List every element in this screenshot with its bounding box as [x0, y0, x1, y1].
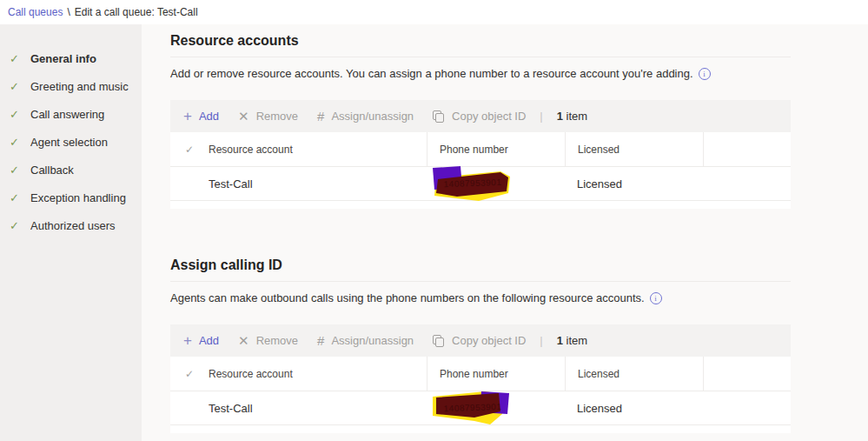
table-row[interactable]: Test-Call 14087953901 Lic	[170, 391, 791, 425]
wizard-step-sidebar: ✓ General info ✓ Greeting and music ✓ Ca…	[0, 24, 142, 441]
assign-unassign-button[interactable]: # Assign/unassign	[317, 334, 414, 347]
column-header-phone-number: Phone number	[427, 132, 565, 166]
resource-accounts-table: ✓ Resource account Phone number Licensed…	[170, 132, 791, 209]
resource-account-cell: Test-Call	[209, 402, 427, 415]
page-layout: ✓ General info ✓ Greeting and music ✓ Ca…	[0, 24, 868, 441]
sidebar-item-callback[interactable]: ✓ Callback	[0, 156, 142, 184]
copy-object-id-button[interactable]: Copy object ID	[433, 110, 526, 123]
main-panel: Resource accounts Add or remove resource…	[142, 24, 868, 441]
copy-icon	[433, 335, 445, 347]
toolbar-separator: |	[540, 334, 542, 347]
column-header-resource-account: Resource account	[209, 132, 427, 166]
redaction-scribble: 14087953901	[431, 165, 513, 204]
sidebar-item-call-answering[interactable]: ✓ Call answering	[0, 100, 142, 128]
step-complete-check-icon: ✓	[10, 219, 22, 232]
sidebar-item-label: Call answering	[30, 108, 104, 121]
remove-button[interactable]: ✕ Remove	[238, 334, 298, 347]
step-complete-check-icon: ✓	[10, 191, 22, 204]
plus-icon: +	[183, 333, 192, 348]
phone-number-cell: 14087953901	[427, 167, 565, 200]
step-complete-check-icon: ✓	[10, 164, 22, 177]
hash-icon: #	[317, 334, 324, 347]
breadcrumb-link-call-queues[interactable]: Call queues	[8, 6, 63, 18]
plus-icon: +	[183, 109, 192, 124]
breadcrumb-current-page: Edit a call queue: Test-Call	[75, 6, 198, 18]
info-icon[interactable]: i	[650, 292, 662, 304]
step-complete-check-icon: ✓	[10, 136, 22, 149]
add-button[interactable]: + Add	[183, 333, 219, 348]
hash-icon: #	[317, 110, 324, 123]
licensed-cell: Licensed	[565, 177, 703, 190]
sidebar-item-label: General info	[30, 52, 96, 65]
remove-button[interactable]: ✕ Remove	[238, 110, 298, 123]
add-button[interactable]: + Add	[183, 109, 219, 124]
phone-number-cell: 14087953901	[427, 391, 565, 424]
sidebar-item-label: Agent selection	[30, 136, 108, 149]
breadcrumb: Call queues \ Edit a call queue: Test-Ca…	[0, 0, 868, 24]
step-complete-check-icon: ✓	[10, 108, 22, 121]
sidebar-item-authorized-users[interactable]: ✓ Authorized users	[0, 211, 142, 239]
table-footer	[170, 427, 791, 433]
table-footer	[170, 203, 791, 209]
step-complete-check-icon: ✓	[10, 80, 22, 93]
sidebar-item-label: Greeting and music	[30, 80, 129, 93]
column-header-licensed: Licensed	[565, 132, 703, 166]
column-header-empty	[703, 357, 791, 391]
section-description: Add or remove resource accounts. You can…	[170, 67, 693, 80]
sidebar-item-exception-handling[interactable]: ✓ Exception handling	[0, 184, 142, 211]
item-count: 1 item	[557, 334, 587, 347]
section-divider	[170, 281, 791, 282]
sidebar-item-label: Exception handling	[30, 191, 126, 204]
assign-calling-id-toolbar: + Add ✕ Remove # Assign/unassign Copy ob…	[170, 324, 791, 357]
section-description: Agents can make outbound calls using the…	[170, 291, 645, 304]
sidebar-item-label: Authorized users	[30, 219, 116, 232]
column-header-empty	[703, 132, 791, 166]
column-header-licensed: Licensed	[565, 357, 703, 391]
copy-object-id-button[interactable]: Copy object ID	[433, 334, 526, 347]
item-count: 1 item	[557, 110, 587, 123]
breadcrumb-separator: \	[67, 6, 70, 18]
section-resource-accounts: Resource accounts Add or remove resource…	[170, 24, 791, 209]
x-icon: ✕	[238, 334, 249, 347]
assign-calling-id-table: ✓ Resource account Phone number Licensed…	[170, 357, 791, 433]
toolbar-separator: |	[540, 110, 542, 123]
copy-icon	[433, 110, 445, 123]
info-icon[interactable]: i	[699, 68, 711, 80]
x-icon: ✕	[238, 110, 249, 123]
redaction-scribble: 14087953901	[431, 390, 513, 428]
select-all-check-icon[interactable]: ✓	[170, 132, 209, 166]
sidebar-item-general-info[interactable]: ✓ General info	[0, 44, 142, 72]
section-title: Resource accounts	[170, 24, 791, 49]
step-complete-check-icon: ✓	[10, 52, 22, 65]
section-divider	[170, 57, 791, 57]
licensed-cell: Licensed	[565, 402, 703, 415]
section-assign-calling-id: Assign calling ID Agents can make outbou…	[170, 249, 791, 433]
table-header-row: ✓ Resource account Phone number Licensed	[170, 357, 791, 391]
table-row[interactable]: Test-Call 14087953901 Lic	[170, 167, 791, 201]
assign-unassign-button[interactable]: # Assign/unassign	[317, 110, 414, 123]
select-all-check-icon[interactable]: ✓	[170, 357, 209, 391]
resource-account-cell: Test-Call	[209, 177, 427, 190]
column-header-phone-number: Phone number	[427, 357, 565, 391]
sidebar-item-agent-selection[interactable]: ✓ Agent selection	[0, 128, 142, 156]
column-header-resource-account: Resource account	[209, 357, 427, 391]
table-header-row: ✓ Resource account Phone number Licensed	[170, 132, 791, 167]
sidebar-item-greeting-and-music[interactable]: ✓ Greeting and music	[0, 72, 142, 100]
sidebar-item-label: Callback	[30, 164, 74, 177]
section-title: Assign calling ID	[170, 249, 791, 273]
resource-accounts-toolbar: + Add ✕ Remove # Assign/unassign Copy ob…	[170, 100, 791, 132]
